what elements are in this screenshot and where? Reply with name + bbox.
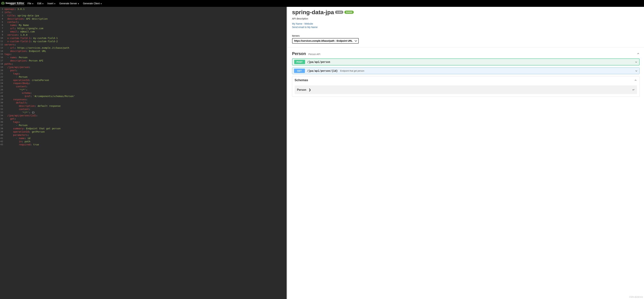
menu-edit[interactable]: Edit▼ — [38, 2, 44, 5]
server-selected-value: https://services.exmple.it/base/path - E… — [294, 40, 352, 42]
swagger-ui-preview: spring-data-jpa 1.0.0 OAS3 API descripti… — [288, 7, 644, 299]
caret-down-icon: ▼ — [78, 3, 79, 5]
chevron-right-icon: ❯ — [309, 88, 311, 91]
method-badge: POST — [294, 60, 305, 64]
server-select[interactable]: https://services.exmple.it/base/path - E… — [292, 38, 359, 44]
return-icon: ↵ — [632, 88, 634, 91]
contact-website-link[interactable]: My Name - Website — [292, 22, 640, 25]
operation-path: /jpa/api/person — [307, 61, 330, 64]
schemas-section: Schemas Person❯↵ — [292, 76, 640, 97]
schema-person-row[interactable]: Person❯↵ — [295, 85, 637, 94]
tag-description: Person API — [308, 53, 320, 56]
tag-person-header[interactable]: Person Person API — [292, 51, 640, 56]
tag-name: Person — [292, 51, 306, 56]
operation-post-row[interactable]: POST/jpa/api/person — [292, 59, 640, 66]
contact-email-link[interactable]: Send email to My Name — [292, 26, 640, 29]
api-title: spring-data-jpa — [292, 9, 334, 16]
api-description: API description — [292, 17, 640, 20]
version-badge: 1.0.0 — [335, 11, 343, 14]
operation-path: /jpa/api/person/{id} — [307, 69, 338, 73]
chevron-down-icon — [635, 61, 638, 63]
swagger-logo-icon — [1, 2, 4, 5]
operation-summary: Endpoint that get person — [340, 70, 364, 72]
brand-subtitle: Supported by SMARTBEAR — [10, 4, 24, 5]
chevron-up-icon — [637, 52, 640, 55]
watermark: CSDN @还是转转 — [629, 296, 643, 298]
menu-bar: File▼Edit▼Insert▼Generate Server▼Generat… — [28, 2, 102, 5]
caret-down-icon: ▼ — [54, 3, 56, 5]
caret-down-icon: ▼ — [100, 3, 102, 5]
chevron-down-icon — [635, 70, 638, 72]
menu-generate-server[interactable]: Generate Server▼ — [60, 2, 79, 5]
schema-name: Person — [297, 88, 306, 91]
method-badge: GET — [294, 69, 305, 73]
menu-generate-client[interactable]: Generate Client▼ — [83, 2, 102, 5]
brand[interactable]: Swagger Editor Supported by SMARTBEAR — [1, 2, 24, 5]
caret-down-icon: ▼ — [32, 3, 34, 5]
menu-file[interactable]: File▼ — [28, 2, 34, 5]
caret-down-icon: ▼ — [42, 3, 44, 5]
menu-insert[interactable]: Insert▼ — [48, 2, 56, 5]
schemas-header[interactable]: Schemas — [292, 76, 640, 84]
topbar: Swagger Editor Supported by SMARTBEAR Fi… — [0, 0, 644, 7]
chevron-up-icon — [634, 79, 637, 82]
servers-label: Servers — [292, 35, 640, 37]
divider — [288, 47, 644, 48]
schemas-title: Schemas — [295, 78, 308, 82]
operation-get-row[interactable]: GET/jpa/api/person/{id}Endpoint that get… — [292, 68, 640, 74]
oas-badge: OAS3 — [344, 11, 354, 14]
yaml-editor[interactable]: 1234567891011121314151617181920212223242… — [0, 7, 287, 299]
